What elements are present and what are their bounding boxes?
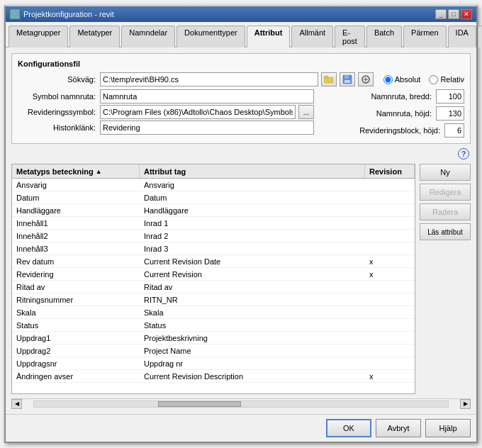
cell-attribut: Inrad 3	[140, 245, 365, 253]
cell-attribut: Inrad 1	[140, 219, 365, 228]
close-button[interactable]: ✕	[461, 9, 472, 19]
ny-button[interactable]: Ny	[420, 164, 471, 181]
table-row[interactable]: RitningsnummerRITN_NR	[12, 293, 415, 306]
cell-metatyps: Uppdragsnr	[12, 359, 140, 368]
scrollbar-track[interactable]	[33, 401, 449, 408]
cell-revision: x	[365, 372, 415, 381]
table-row[interactable]: DatumDatum	[12, 191, 415, 204]
cell-revision: x	[365, 270, 415, 279]
window-title: Projektkonfiguration - revit	[23, 10, 114, 18]
table-row[interactable]: AnsvarigAnsvarig	[12, 179, 415, 191]
svg-rect-3	[344, 75, 349, 79]
redigera-button[interactable]: Redigera	[420, 184, 471, 201]
tab-namndelar[interactable]: Namndelar	[121, 26, 175, 47]
cell-metatyps: Revidering	[12, 270, 140, 279]
radio-relativ-label[interactable]: Relativ	[429, 75, 464, 84]
tab-epost[interactable]: E-post	[335, 26, 365, 47]
cell-attribut: Current Revision Description	[140, 372, 365, 381]
table-row[interactable]: Ritad avRitad av	[12, 281, 415, 293]
cell-attribut: Projektbeskrivning	[140, 334, 365, 342]
tab-metatyper[interactable]: Metatyper	[69, 26, 120, 47]
cell-metatyps: Ändringen avser	[12, 372, 140, 381]
tab-dokumenttyper[interactable]: Dokumenttyper	[176, 26, 245, 47]
rev-symbol-field-row: ...	[100, 105, 314, 119]
attribute-table: Metatyps beteckning ▲ Attribut tag Revis…	[11, 164, 415, 394]
table-row[interactable]: SkalaSkala	[12, 306, 415, 319]
cell-revision: x	[365, 257, 415, 266]
minimize-button[interactable]: _	[435, 9, 447, 19]
horizontal-scrollbar[interactable]: ◀ ▶	[11, 398, 471, 408]
table-row[interactable]: Uppdrag1Projektbeskrivning	[12, 332, 415, 345]
action-buttons-col: Ny Redigera Radera Läs attribut	[420, 164, 471, 394]
table-row[interactable]: UppdragsnrUppdrag nr	[12, 357, 415, 370]
hjalp-button[interactable]: Hjälp	[425, 419, 471, 437]
namnruta-hojd-input[interactable]	[436, 106, 464, 121]
namnruta-bredd-input[interactable]	[436, 89, 464, 103]
table-row[interactable]: StatusStatus	[12, 319, 415, 332]
cell-attribut: Datum	[140, 194, 365, 202]
table-row[interactable]: RevideringCurrent Revisionx	[12, 268, 415, 281]
table-row[interactable]: HandläggareHandläggare	[12, 204, 415, 217]
table-row[interactable]: Rev datumCurrent Revision Datex	[12, 255, 415, 268]
maximize-button[interactable]: □	[448, 9, 459, 19]
title-bar: Projektkonfiguration - revit _ □ ✕	[6, 6, 476, 22]
title-buttons: _ □ ✕	[435, 9, 472, 19]
tab-parmen[interactable]: Pärmen	[403, 26, 447, 47]
cell-attribut: Ansvarig	[140, 181, 365, 189]
col-revision[interactable]: Revision	[365, 164, 415, 178]
radio-absolut-label[interactable]: Absolut	[383, 75, 421, 84]
radio-relativ[interactable]	[429, 75, 438, 84]
browse-button[interactable]	[358, 72, 374, 86]
avbryt-button[interactable]: Avbryt	[376, 419, 421, 437]
table-body[interactable]: AnsvarigAnsvarigDatumDatumHandläggareHan…	[12, 179, 415, 393]
sokväg-label: Sökväg:	[18, 75, 96, 84]
rev-block-label: Revideringsblock, höjd:	[359, 126, 440, 135]
col-attribut[interactable]: Attribut tag	[140, 164, 365, 178]
tab-batch[interactable]: Batch	[366, 26, 402, 47]
tab-attribut[interactable]: Attribut	[247, 26, 291, 47]
ok-button[interactable]: OK	[326, 419, 371, 437]
table-row[interactable]: Uppdrag2Project Name	[12, 345, 415, 357]
table-row[interactable]: Ändringen avserCurrent Revision Descript…	[12, 370, 415, 383]
tab-ida[interactable]: IDA	[448, 26, 476, 47]
scrollbar-thumb[interactable]	[158, 401, 241, 407]
rev-symbol-label: Revideringssymbol:	[18, 108, 96, 116]
help-icon[interactable]: ?	[458, 148, 469, 159]
las-attribut-button[interactable]: Läs attribut	[420, 223, 471, 240]
save-button[interactable]	[340, 72, 355, 86]
symbol-label: Symbol namnruta:	[18, 92, 96, 101]
path-input[interactable]	[100, 72, 318, 86]
bottom-bar: OK Avbryt Hjälp	[6, 414, 476, 442]
table-row[interactable]: Innehåll2Inrad 2	[12, 230, 415, 242]
symbol-namnruta-row: Symbol namnruta:	[18, 89, 314, 103]
col-metatyps[interactable]: Metatyps beteckning ▲	[12, 164, 140, 178]
config-section: Konfigurationsfil Sökväg:	[11, 53, 471, 144]
scroll-right-btn[interactable]: ▶	[460, 399, 471, 409]
scroll-left-btn[interactable]: ◀	[11, 399, 22, 409]
cell-metatyps: Datum	[12, 194, 140, 202]
tab-metagrupper[interactable]: Metagrupper	[9, 26, 68, 47]
table-row[interactable]: Innehåll3Inrad 3	[12, 242, 415, 255]
radera-button[interactable]: Radera	[420, 203, 471, 220]
rev-symbol-input[interactable]	[100, 105, 296, 119]
open-folder-button[interactable]	[321, 72, 337, 86]
right-fields: Namnruta, bredd: Namnruta, höjd: Revider…	[323, 89, 464, 138]
svg-rect-4	[344, 80, 350, 83]
cell-metatyps: Ansvarig	[12, 181, 140, 189]
tab-topocad[interactable]: Topocad	[478, 26, 482, 47]
cell-metatyps: Uppdrag2	[12, 347, 140, 355]
rev-symbol-browse-btn[interactable]: ...	[298, 105, 314, 119]
radio-absolut[interactable]	[383, 75, 393, 84]
symbol-input[interactable]	[100, 89, 314, 103]
cell-attribut: Uppdrag nr	[140, 359, 365, 368]
tab-allmant[interactable]: Allmänt	[291, 26, 333, 47]
svg-rect-1	[324, 76, 328, 78]
cell-attribut: Current Revision	[140, 270, 365, 279]
cell-metatyps: Uppdrag1	[12, 334, 140, 342]
historik-label: Historiklänk:	[18, 123, 96, 132]
namnruta-hojd-label: Namnruta, höjd:	[376, 109, 432, 118]
rev-block-input[interactable]	[444, 123, 464, 138]
table-row[interactable]: Innehåll1Inrad 1	[12, 217, 415, 230]
historik-input[interactable]	[100, 121, 314, 135]
cell-attribut: Handläggare	[140, 206, 365, 215]
